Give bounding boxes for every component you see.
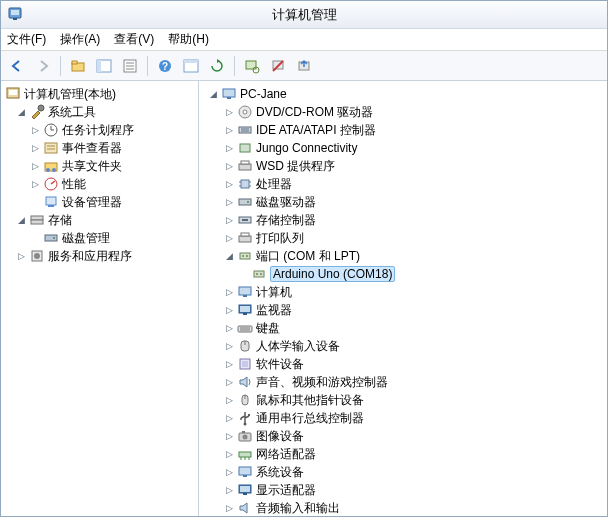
expand-icon[interactable]: ▷ (223, 142, 235, 154)
up-button[interactable] (66, 54, 90, 78)
device-category-wsd[interactable]: ▷WSD 提供程序 (199, 157, 607, 175)
view-button[interactable] (179, 54, 203, 78)
expand-icon[interactable]: ▷ (223, 412, 235, 424)
expand-icon[interactable]: ▷ (223, 106, 235, 118)
device-category-usb[interactable]: ▷通用串行总线控制器 (199, 409, 607, 427)
properties-button[interactable] (118, 54, 142, 78)
expand-icon[interactable]: ▷ (223, 502, 235, 514)
device-category-jungo[interactable]: ▷Jungo Connectivity (199, 139, 607, 157)
device-category-storage_ctrl[interactable]: ▷存储控制器 (199, 211, 607, 229)
svg-rect-46 (239, 127, 251, 133)
expand-icon[interactable]: ▷ (29, 124, 41, 136)
device-category-cpu[interactable]: ▷处理器 (199, 175, 607, 193)
device-root[interactable]: ◢ PC-Jane (199, 85, 607, 103)
expand-icon[interactable]: ▷ (223, 376, 235, 388)
tree-performance[interactable]: ▷ 性能 (1, 175, 198, 193)
help-button[interactable]: ? (153, 54, 177, 78)
svg-rect-73 (243, 313, 247, 315)
expand-icon[interactable]: ▷ (223, 178, 235, 190)
tree-label: 鼠标和其他指针设备 (256, 392, 364, 409)
expand-icon[interactable]: ▷ (223, 430, 235, 442)
svg-point-87 (243, 435, 248, 440)
svg-rect-93 (239, 467, 251, 475)
menu-help[interactable]: 帮助(H) (168, 31, 209, 48)
expand-icon[interactable]: ▷ (223, 484, 235, 496)
toolbar-separator (234, 56, 235, 76)
tree-label: 存储 (48, 212, 72, 229)
expand-icon[interactable]: ▷ (223, 304, 235, 316)
device-category-mouse[interactable]: ▷鼠标和其他指针设备 (199, 391, 607, 409)
svg-rect-70 (243, 295, 247, 297)
menu-view[interactable]: 查看(V) (114, 31, 154, 48)
svg-rect-37 (31, 220, 43, 224)
tree-system-tools[interactable]: ◢ 系统工具 (1, 103, 198, 121)
svg-rect-49 (240, 144, 250, 152)
device-category-ide[interactable]: ▷IDE ATA/ATAPI 控制器 (199, 121, 607, 139)
tree-event-viewer[interactable]: ▷ 事件查看器 (1, 139, 198, 157)
device-item-port_item[interactable]: Arduino Uno (COM18) (199, 265, 607, 283)
tree-task-scheduler[interactable]: ▷ 任务计划程序 (1, 121, 198, 139)
tree-label: 服务和应用程序 (48, 248, 132, 265)
svg-text:?: ? (162, 61, 168, 72)
expand-icon[interactable]: ▷ (223, 466, 235, 478)
collapse-icon[interactable]: ◢ (15, 214, 27, 226)
device-category-print_queue[interactable]: ▷打印队列 (199, 229, 607, 247)
tree-storage[interactable]: ◢ 存储 (1, 211, 198, 229)
menu-action[interactable]: 操作(A) (60, 31, 100, 48)
expand-icon[interactable]: ▷ (223, 160, 235, 172)
app-icon (7, 6, 23, 22)
device-category-system[interactable]: ▷系统设备 (199, 463, 607, 481)
collapse-icon[interactable]: ◢ (207, 88, 219, 100)
svg-rect-62 (241, 233, 249, 236)
tree-shared-folders[interactable]: ▷ 共享文件夹 (1, 157, 198, 175)
collapse-icon[interactable]: ◢ (15, 106, 27, 118)
device-category-dvd[interactable]: ▷DVD/CD-ROM 驱动器 (199, 103, 607, 121)
update-driver-button[interactable] (292, 54, 316, 78)
tree-label: WSD 提供程序 (256, 158, 335, 175)
expand-icon[interactable]: ▷ (223, 286, 235, 298)
collapse-icon[interactable]: ◢ (223, 250, 235, 262)
device-category-audio_io[interactable]: ▷音频输入和输出 (199, 499, 607, 516)
expand-icon[interactable]: ▷ (223, 322, 235, 334)
expand-icon[interactable]: ▷ (223, 340, 235, 352)
forward-button[interactable] (31, 54, 55, 78)
device-category-software[interactable]: ▷软件设备 (199, 355, 607, 373)
expand-icon[interactable]: ▷ (29, 160, 41, 172)
expand-icon[interactable]: ▷ (223, 196, 235, 208)
device-category-sound[interactable]: ▷声音、视频和游戏控制器 (199, 373, 607, 391)
expand-icon[interactable]: ▷ (223, 214, 235, 226)
toolbar-separator (60, 56, 61, 76)
expand-icon[interactable]: ▷ (223, 394, 235, 406)
device-category-network[interactable]: ▷网络适配器 (199, 445, 607, 463)
expand-icon[interactable]: ▷ (223, 448, 235, 460)
refresh-button[interactable] (205, 54, 229, 78)
scan-hardware-button[interactable] (240, 54, 264, 78)
tree-root[interactable]: 计算机管理(本地) (1, 85, 198, 103)
expand-icon[interactable]: ▷ (223, 232, 235, 244)
device-category-disk_drives[interactable]: ▷磁盘驱动器 (199, 193, 607, 211)
expand-icon[interactable]: ▷ (223, 124, 235, 136)
tree-label: 键盘 (256, 320, 280, 337)
device-category-hid[interactable]: ▷人体学输入设备 (199, 337, 607, 355)
device-category-display[interactable]: ▷显示适配器 (199, 481, 607, 499)
uninstall-button[interactable] (266, 54, 290, 78)
tree-disk-mgmt[interactable]: 磁盘管理 (1, 229, 198, 247)
tree-services-apps[interactable]: ▷ 服务和应用程序 (1, 247, 198, 265)
expand-icon[interactable]: ▷ (29, 178, 41, 190)
back-button[interactable] (5, 54, 29, 78)
menu-file[interactable]: 文件(F) (7, 31, 46, 48)
expand-icon[interactable]: ▷ (15, 250, 27, 262)
expand-icon[interactable]: ▷ (223, 358, 235, 370)
show-hide-tree-button[interactable] (92, 54, 116, 78)
device-category-ports[interactable]: ◢端口 (COM 和 LPT) (199, 247, 607, 265)
device-category-imaging[interactable]: ▷图像设备 (199, 427, 607, 445)
device-category-computer[interactable]: ▷计算机 (199, 283, 607, 301)
svg-rect-63 (240, 253, 250, 259)
device-category-monitor[interactable]: ▷监视器 (199, 301, 607, 319)
device-category-keyboard[interactable]: ▷键盘 (199, 319, 607, 337)
display-icon (237, 482, 253, 498)
menubar: 文件(F) 操作(A) 查看(V) 帮助(H) (1, 29, 607, 51)
expand-icon[interactable]: ▷ (29, 142, 41, 154)
tree-device-manager[interactable]: 设备管理器 (1, 193, 198, 211)
svg-rect-89 (239, 452, 251, 457)
